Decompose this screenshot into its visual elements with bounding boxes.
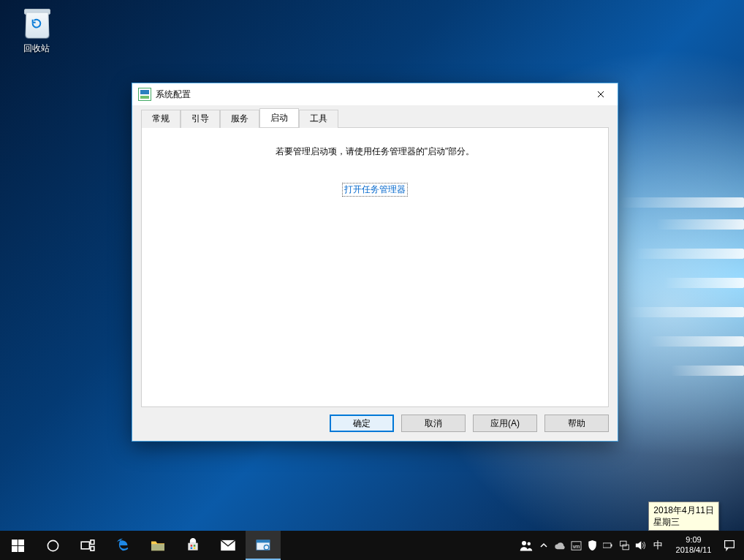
svg-rect-1 bbox=[81, 542, 89, 549]
help-button[interactable]: 帮助 bbox=[544, 415, 609, 432]
tray-icon-security[interactable] bbox=[584, 540, 600, 550]
tab-services[interactable]: 服务 bbox=[220, 110, 259, 128]
tray-icon-volume[interactable] bbox=[632, 540, 648, 550]
action-center-button[interactable] bbox=[720, 540, 739, 551]
volume-icon bbox=[635, 540, 646, 550]
msconfig-icon bbox=[138, 88, 151, 101]
svg-text:vm: vm bbox=[572, 542, 580, 549]
apply-button[interactable]: 应用(A) bbox=[473, 415, 537, 432]
dialog-client-area: 常规 引导 服务 启动 工具 若要管理启动项，请使用任务管理器的"启动"部分。 … bbox=[132, 105, 618, 441]
cortana-icon bbox=[46, 539, 60, 553]
svg-rect-20 bbox=[725, 541, 734, 548]
dialog-title: 系统配置 bbox=[156, 88, 191, 101]
tray-icon-onedrive[interactable] bbox=[552, 542, 568, 550]
people-icon bbox=[520, 540, 533, 551]
system-tray: vm 中 9:09 2018/4/11 bbox=[517, 531, 744, 560]
start-button[interactable] bbox=[0, 531, 35, 560]
tray-people[interactable] bbox=[517, 540, 536, 551]
taskbar-app-store[interactable] bbox=[175, 531, 210, 560]
svg-rect-4 bbox=[191, 545, 193, 547]
taskbar-app-mail[interactable] bbox=[210, 531, 246, 560]
close-button[interactable] bbox=[584, 83, 618, 105]
power-icon bbox=[603, 542, 613, 549]
desktop-icon-label: 回收站 bbox=[9, 42, 64, 55]
tab-strip: 常规 引导 服务 启动 工具 bbox=[141, 111, 609, 127]
taskbar-spacer bbox=[281, 531, 517, 560]
svg-rect-10 bbox=[257, 540, 270, 543]
taskbar: vm 中 9:09 2018/4/11 bbox=[0, 531, 744, 560]
store-icon bbox=[186, 538, 200, 553]
svg-point-0 bbox=[48, 540, 58, 550]
cortana-button[interactable] bbox=[35, 531, 70, 560]
startup-message: 若要管理启动项，请使用任务管理器的"启动"部分。 bbox=[276, 145, 475, 158]
taskbar-clock[interactable]: 9:09 2018/4/11 bbox=[667, 535, 720, 556]
tab-page-startup: 若要管理启动项，请使用任务管理器的"启动"部分。 打开任务管理器 bbox=[141, 127, 609, 407]
svg-rect-7 bbox=[194, 548, 196, 550]
tray-icon-vmtools[interactable]: vm bbox=[568, 541, 584, 550]
svg-rect-18 bbox=[620, 541, 626, 546]
network-icon bbox=[619, 540, 630, 550]
svg-rect-19 bbox=[623, 545, 629, 550]
cancel-button[interactable]: 取消 bbox=[401, 415, 466, 432]
open-task-manager-link[interactable]: 打开任务管理器 bbox=[342, 183, 408, 197]
task-view-icon bbox=[80, 540, 95, 551]
file-explorer-icon bbox=[150, 539, 166, 552]
svg-point-13 bbox=[528, 542, 531, 546]
msconfig-dialog: 系统配置 常规 引导 服务 启动 工具 若要管理启动项，请使用任务管理器的"启动… bbox=[132, 83, 618, 442]
tooltip-date: 2018年4月11日 bbox=[653, 505, 714, 515]
shield-icon bbox=[588, 540, 597, 550]
vm-icon: vm bbox=[571, 541, 582, 550]
tab-startup[interactable]: 启动 bbox=[259, 108, 299, 127]
tab-boot[interactable]: 引导 bbox=[181, 110, 220, 128]
taskbar-app-msconfig[interactable] bbox=[246, 531, 281, 560]
taskbar-app-explorer[interactable] bbox=[140, 531, 175, 560]
tab-tools[interactable]: 工具 bbox=[299, 110, 338, 128]
close-icon bbox=[597, 91, 604, 98]
msconfig-taskbar-icon bbox=[255, 538, 271, 553]
desktop-background[interactable]: 回收站 系统配置 常规 引导 服务 启动 工具 若要管理启动项，请使用任务管理器… bbox=[0, 0, 744, 560]
windows-logo-icon bbox=[12, 540, 24, 552]
ok-button[interactable]: 确定 bbox=[330, 415, 394, 432]
svg-rect-5 bbox=[194, 545, 196, 547]
desktop-icon-recycle-bin[interactable]: 回收站 bbox=[9, 4, 64, 55]
dialog-titlebar[interactable]: 系统配置 bbox=[132, 83, 618, 105]
svg-rect-6 bbox=[191, 548, 193, 550]
action-center-icon bbox=[724, 540, 735, 551]
tray-up-arrow[interactable] bbox=[536, 542, 552, 548]
tray-ime[interactable]: 中 bbox=[648, 539, 667, 552]
taskbar-app-edge[interactable] bbox=[105, 531, 140, 560]
dialog-button-row: 确定 取消 应用(A) 帮助 bbox=[141, 415, 609, 432]
chevron-up-icon bbox=[540, 542, 547, 548]
tooltip-weekday: 星期三 bbox=[653, 517, 680, 527]
tray-icon-power[interactable] bbox=[600, 542, 616, 549]
svg-rect-3 bbox=[91, 547, 94, 551]
tab-general[interactable]: 常规 bbox=[141, 110, 181, 128]
clock-date: 2018/4/11 bbox=[676, 545, 712, 556]
cloud-icon bbox=[554, 542, 566, 550]
svg-rect-2 bbox=[91, 540, 94, 545]
svg-point-12 bbox=[522, 541, 526, 545]
tray-icon-network[interactable] bbox=[616, 540, 632, 550]
mail-icon bbox=[220, 540, 236, 551]
task-view-button[interactable] bbox=[70, 531, 105, 560]
recycle-bin-icon bbox=[19, 4, 54, 39]
clock-tooltip: 2018年4月11日 星期三 bbox=[648, 502, 719, 531]
clock-time: 9:09 bbox=[686, 535, 701, 545]
edge-icon bbox=[115, 537, 131, 553]
